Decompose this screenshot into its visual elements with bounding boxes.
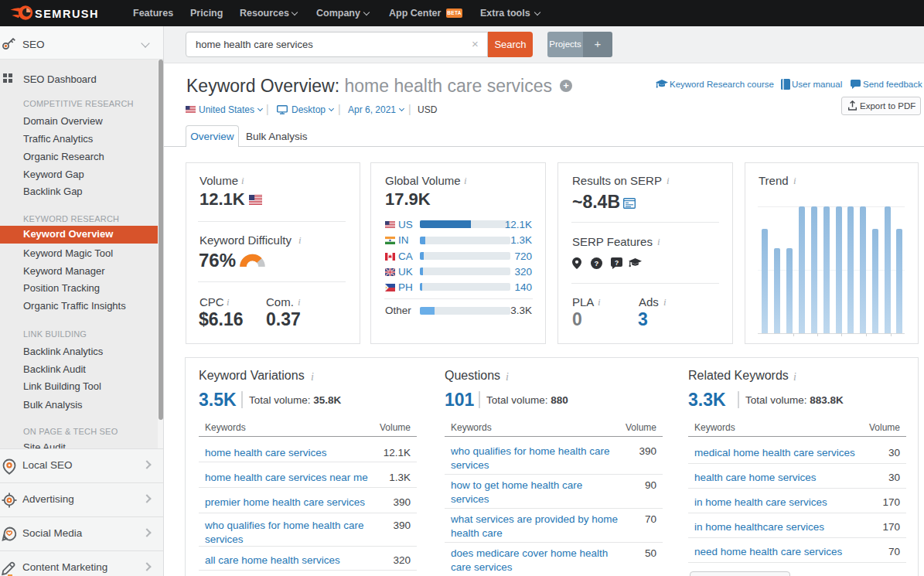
svg-text:?: ? [595,259,599,268]
svg-text:?: ? [615,259,619,267]
